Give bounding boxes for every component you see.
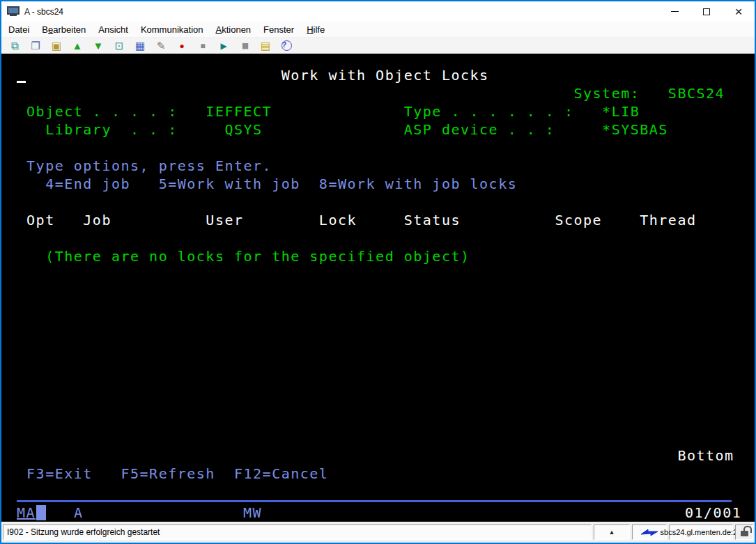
maximize-icon [703,8,710,15]
settings-tools-button[interactable]: ✎ [151,38,171,54]
receive-file-button[interactable]: ▼ [88,38,109,54]
oia-message-wait: MW [243,504,262,522]
library-asp-line: Library . . : QSYS ASP device . . : *SYS… [8,121,668,139]
up-triangle-icon: ▲ [609,529,615,536]
play-macro-icon: ▶ [220,42,226,50]
notepad-button[interactable]: ▤ [255,38,276,54]
play-macro-button[interactable]: ▶ [213,38,234,54]
copy-screen-icon: ⧉ [11,40,19,51]
menu-bearbeiten[interactable]: Bearbeiten [36,23,92,36]
bottom-indicator: Bottom [8,446,734,465]
menu-datei[interactable]: Datei [2,23,36,36]
terminal-monitor-icon [7,6,20,17]
send-file-icon: ▲ [72,40,83,51]
stop-macro-icon: ■ [200,42,205,50]
function-keys: F3=Exit F5=Refresh F12=Cancel [8,465,328,483]
no-locks-message: (There are no locks for the specified ob… [8,247,470,265]
help-icon: ? [281,40,292,51]
lightning-bolt-icon [640,528,659,536]
paste-button[interactable]: ▣ [46,38,67,54]
toolbar: ⧉ ❐ ▣ ▲ ▼ ⊡ ▦ ✎ ● ■ ▶ ▮▮ ▤ ? [1,38,755,54]
text-cursor [17,81,26,83]
display-setup-icon: ⊡ [115,40,124,51]
statusbar: I902 - Sitzung wurde erfolgreich gestart… [1,522,755,543]
color-map-button[interactable]: ▦ [130,38,151,54]
minimize-icon [671,11,679,12]
display-setup-button[interactable]: ⊡ [109,38,130,54]
security-panel [735,524,753,540]
pause-macro-icon: ▮▮ [242,42,247,49]
column-headers: Opt Job User Lock Status Scope Thread [8,211,697,229]
receive-file-icon: ▼ [93,40,104,51]
menubar: Datei Bearbeiten Ansicht Kommunikation A… [1,22,755,38]
copy-screen-button[interactable]: ⧉ [4,38,25,54]
menu-fenster[interactable]: Fenster [257,23,300,36]
screen-title: Work with Object Locks [8,66,489,84]
copy-icon: ❐ [31,40,40,51]
options-list-line: 4=End job 5=Work with job 8=Work with jo… [8,175,517,193]
titlebar[interactable]: A - sbcs24 × [1,1,755,22]
close-icon: × [734,4,742,20]
maximize-button[interactable] [691,1,723,22]
options-prompt-line: Type options, press Enter. [8,157,272,175]
record-macro-button[interactable]: ● [171,38,192,54]
oia-status-row: MA A MW 01/001 [1,504,755,522]
send-file-button[interactable]: ▲ [67,38,88,54]
host-address: sbcs24.gl.menten.de:23 [669,524,733,540]
oia-input-block-indicator [36,505,46,520]
color-map-icon: ▦ [135,40,145,51]
terminal-screen[interactable]: Work with Object Locks System: SBCS24 Ob… [1,54,755,522]
help-button[interactable]: ? [276,38,297,54]
menu-aktionen[interactable]: Aktionen [210,23,258,36]
record-macro-icon: ● [179,42,184,50]
oia-keyboard-state: MA [17,504,36,522]
window-title: A - sbcs24 [24,7,63,17]
close-button[interactable]: × [723,1,755,22]
unlocked-padlock-icon [741,531,748,536]
system-line: System: SBCS24 [8,84,725,102]
minimize-button[interactable] [658,1,691,22]
settings-tools-icon: ✎ [157,40,166,51]
paste-icon: ▣ [52,40,61,51]
menu-kommunikation[interactable]: Kommunikation [134,23,210,36]
menu-hilfe[interactable]: Hilfe [300,23,331,36]
emulator-window: A - sbcs24 × Datei Bearbeiten Ansicht Ko… [0,0,756,544]
expand-history-button[interactable]: ▲ [594,524,630,540]
oia-separator-line [17,500,732,502]
pause-macro-button[interactable]: ▮▮ [234,38,255,54]
notepad-icon: ▤ [261,40,270,51]
oia-cursor-position: 01/001 [685,504,741,522]
stop-macro-button[interactable]: ■ [192,38,213,54]
menu-ansicht[interactable]: Ansicht [92,23,134,36]
status-message: I902 - Sitzung wurde erfolgreich gestart… [3,524,592,540]
oia-shift-indicator: A [74,504,84,522]
copy-button[interactable]: ❐ [25,38,46,54]
object-type-line: Object . . . . : IEFFECT Type . . . . . … [8,102,640,121]
